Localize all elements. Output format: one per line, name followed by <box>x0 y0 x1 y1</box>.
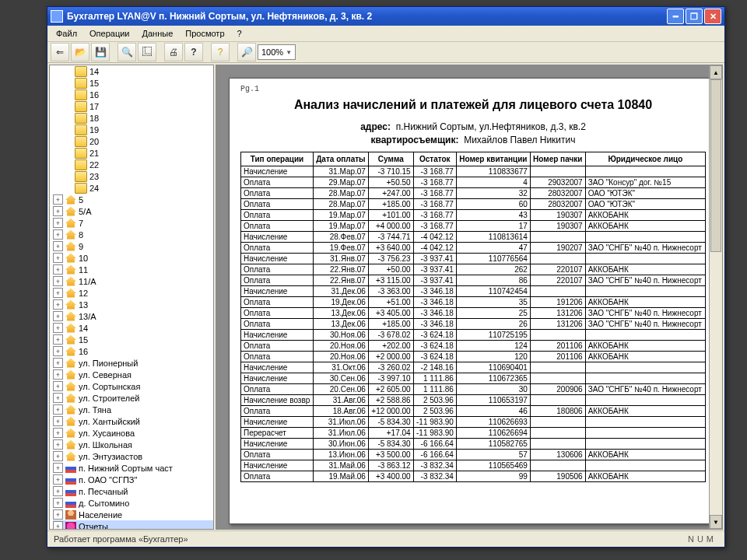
vertical-scrollbar[interactable]: ▲ ▼ <box>709 65 722 529</box>
statusbar: Работает программа «Бухгалтер» NUM <box>47 530 724 547</box>
zoom-combo[interactable]: 100% ▼ <box>258 44 296 60</box>
tree-item[interactable]: 20 <box>64 135 213 147</box>
table-row: Начисление30.Сен.06-3 997.101 111.861106… <box>241 373 706 384</box>
flag-icon <box>65 499 76 508</box>
tree-item[interactable]: +11 <box>53 264 213 275</box>
house-icon <box>65 254 76 263</box>
scroll-up-button[interactable]: ▲ <box>710 65 722 79</box>
tree-item[interactable]: +15 <box>53 334 213 345</box>
house-icon <box>65 370 76 380</box>
table-row: Оплата22.Янв.07+3 115.00-3 937.418622010… <box>241 275 706 286</box>
table-row: Оплата13.Дек.06+185.00-3 346.1826131206З… <box>241 319 706 330</box>
tree-item[interactable]: +п. Нижний Сортым част <box>53 462 213 474</box>
table-row: Оплата18.Авг.06+12 000.002 503.964618080… <box>241 406 706 417</box>
tb-find[interactable]: 🔍 <box>117 43 136 61</box>
tree-panel[interactable]: 1415161718192021222324+5+5/А+7+8+9+10+11… <box>49 65 214 530</box>
chevron-down-icon: ▼ <box>286 49 292 56</box>
tree-item[interactable]: 22 <box>64 159 213 170</box>
report-page: Pg.1 Анализ начислений и платежей для ли… <box>229 78 717 524</box>
folder-icon <box>75 136 87 147</box>
tree-item[interactable]: +7 <box>53 217 213 229</box>
column-header: Номер квитанции <box>456 152 530 166</box>
house-icon <box>65 429 76 438</box>
tree-item[interactable]: 24 <box>64 182 213 194</box>
folder-icon <box>75 124 87 135</box>
minimize-button[interactable]: ━ <box>667 9 684 24</box>
tree-item[interactable]: +Отчеты <box>53 520 213 530</box>
tree-item[interactable]: 23 <box>64 170 213 182</box>
tree-item[interactable]: +п. Песчаный <box>53 485 213 497</box>
tree-item[interactable]: 16 <box>64 89 213 100</box>
tree-item[interactable]: 21 <box>64 147 213 159</box>
tree-item[interactable]: +ул. Сортынская <box>53 380 213 392</box>
table-row: Начисление31.Дек.06-3 363.00-3 346.18110… <box>241 286 706 297</box>
menu-file[interactable]: Файл <box>51 27 82 40</box>
tb-whatsthis[interactable]: ? <box>184 43 203 61</box>
table-row: Начисление31.Мар.07-3 710.15-3 168.77110… <box>241 166 706 177</box>
folder-icon <box>75 171 87 182</box>
tree-item[interactable]: +12 <box>53 287 213 299</box>
tree-item[interactable]: +п. ОАО "СГПЗ" <box>53 474 213 485</box>
table-row: Оплата20.Ноя.06+202.00-3 624.18124201106… <box>241 341 706 352</box>
tree-item[interactable]: +8 <box>53 229 213 240</box>
tree-item[interactable]: +13/А <box>53 310 213 322</box>
table-row: Начисление возвр31.Авг.06+2 588.862 503.… <box>241 395 706 406</box>
menubar: Файл Операции Данные Просмотр ? <box>47 26 724 42</box>
tb-save[interactable]: 💾 <box>91 43 110 61</box>
scroll-thumb[interactable] <box>710 79 721 252</box>
tree-item[interactable]: +16 <box>53 345 213 357</box>
tree-item[interactable]: +5 <box>53 194 213 205</box>
menu-help[interactable]: ? <box>232 27 247 40</box>
tree-item[interactable]: +5/А <box>53 205 213 217</box>
maximize-button[interactable]: ❐ <box>686 9 703 24</box>
house-icon <box>65 440 76 450</box>
tree-item[interactable]: +ул. Тяна <box>53 404 213 415</box>
house-icon <box>65 312 76 321</box>
tree-item[interactable]: +ул. Северная <box>53 369 213 380</box>
column-header: Сумма <box>368 152 413 166</box>
folder-icon <box>75 89 87 100</box>
tb-back[interactable]: ⇐ <box>51 43 69 61</box>
report-tenant: квартиросъемщик: Михайлов Павел Никитич <box>240 135 706 145</box>
tree-item[interactable]: +9 <box>53 240 213 252</box>
tree-item[interactable]: 14 <box>64 65 213 77</box>
tree-item[interactable]: +ул. Энтузиастов <box>53 450 213 462</box>
tb-print[interactable]: 🖨 <box>164 43 183 61</box>
titlebar: Бухгалтер LYAN@V п. Нижний Сортым, ул. Н… <box>47 7 724 26</box>
table-row: Оплата20.Сен.06+2 605.001 111.8630200906… <box>241 384 706 395</box>
tb-open[interactable]: 📂 <box>71 43 89 61</box>
menu-view[interactable]: Просмотр <box>180 27 230 40</box>
tree-item[interactable]: +13 <box>53 299 213 310</box>
report-title: Анализ начислений и платежей для лицевог… <box>240 98 706 112</box>
tree-item[interactable]: +ул. Хантыйский <box>53 415 213 427</box>
app-icon <box>51 10 63 23</box>
folder-icon <box>75 183 87 194</box>
zoom-value: 100% <box>261 47 283 57</box>
status-right: NUM <box>688 534 717 544</box>
house-icon <box>65 230 76 240</box>
tree-item[interactable]: +ул. Хусаинова <box>53 427 213 439</box>
tree-item[interactable]: +ул. Школьная <box>53 439 213 450</box>
tree-item[interactable]: +ул. Пионерный <box>53 357 213 369</box>
tree-item[interactable]: +Население <box>53 509 213 520</box>
close-button[interactable]: ✕ <box>704 9 721 24</box>
tree-item[interactable]: 15 <box>64 77 213 89</box>
tree-item[interactable]: +11/А <box>53 275 213 287</box>
column-header: Тип операции <box>241 152 314 166</box>
tb-tree[interactable]: ⿺ <box>138 43 156 61</box>
tb-help[interactable]: ? <box>211 43 230 61</box>
tb-zoom-tool[interactable]: 🔎 <box>237 43 256 61</box>
tree-item[interactable]: 18 <box>64 112 213 124</box>
toolbar: ⇐ 📂 💾 🔍 ⿺ 🖨 ? ? 🔎 100% ▼ <box>47 42 724 63</box>
menu-data[interactable]: Данные <box>137 27 179 40</box>
tree-item[interactable]: 19 <box>64 124 213 135</box>
tree-item[interactable]: +14 <box>53 322 213 334</box>
column-header: Номер пачки <box>530 152 585 166</box>
tree-item[interactable]: +10 <box>53 252 213 264</box>
menu-operations[interactable]: Операции <box>84 27 135 40</box>
tree-item[interactable]: 17 <box>64 100 213 112</box>
tree-item[interactable]: +д. Сытомино <box>53 497 213 509</box>
scroll-down-button[interactable]: ▼ <box>710 515 722 529</box>
house-icon <box>65 359 76 368</box>
tree-item[interactable]: +ул. Строителей <box>53 392 213 404</box>
